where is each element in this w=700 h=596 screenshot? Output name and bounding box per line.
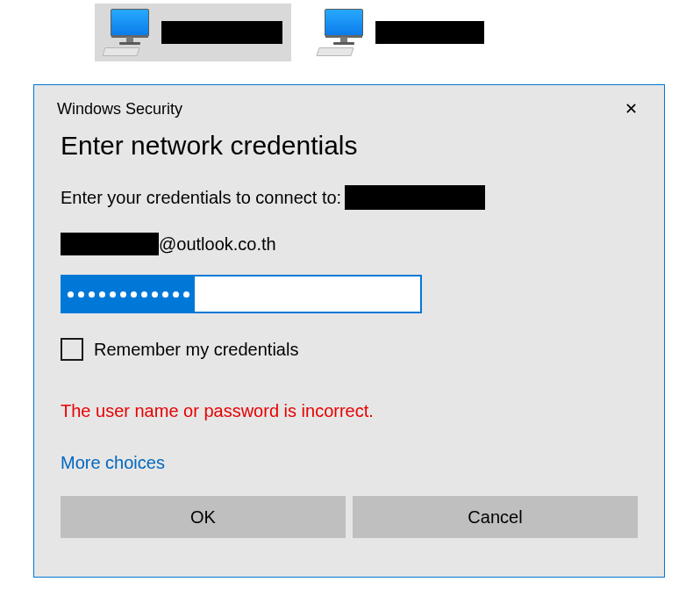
dialog-body: Enter network credentials Enter your cre… <box>34 126 664 538</box>
password-field[interactable] <box>61 275 422 313</box>
error-message: The user name or password is incorrect. <box>61 401 638 421</box>
network-computer-label <box>161 21 282 44</box>
network-computers-row <box>0 0 700 61</box>
network-computer-item-2[interactable] <box>309 4 493 61</box>
computer-icon <box>104 9 153 56</box>
network-computer-item-1[interactable] <box>95 4 291 61</box>
more-choices-link[interactable]: More choices <box>61 453 638 473</box>
dialog-header: Windows Security ✕ <box>34 85 664 126</box>
target-computer-name <box>345 185 485 210</box>
username-domain: @outlook.co.th <box>159 234 276 255</box>
remember-credentials-row: Remember my credentials <box>61 338 638 361</box>
connect-to-line: Enter your credentials to connect to: <box>61 185 638 210</box>
username-line: @outlook.co.th <box>61 233 638 255</box>
credentials-dialog: Windows Security ✕ Enter network credent… <box>33 84 665 578</box>
password-selection <box>62 276 195 312</box>
connect-to-prefix: Enter your credentials to connect to: <box>61 188 341 208</box>
ok-button[interactable]: OK <box>61 496 346 538</box>
close-button[interactable]: ✕ <box>618 97 645 120</box>
remember-label: Remember my credentials <box>94 340 298 360</box>
dialog-header-title: Windows Security <box>57 100 182 118</box>
username-redacted <box>61 233 159 255</box>
dialog-buttons: OK Cancel <box>61 496 638 538</box>
computer-icon <box>318 9 367 56</box>
cancel-button[interactable]: Cancel <box>353 496 638 538</box>
dialog-title: Enter network credentials <box>61 131 638 161</box>
network-computer-label <box>375 21 484 44</box>
password-input[interactable] <box>195 276 420 312</box>
remember-checkbox[interactable] <box>61 338 83 361</box>
